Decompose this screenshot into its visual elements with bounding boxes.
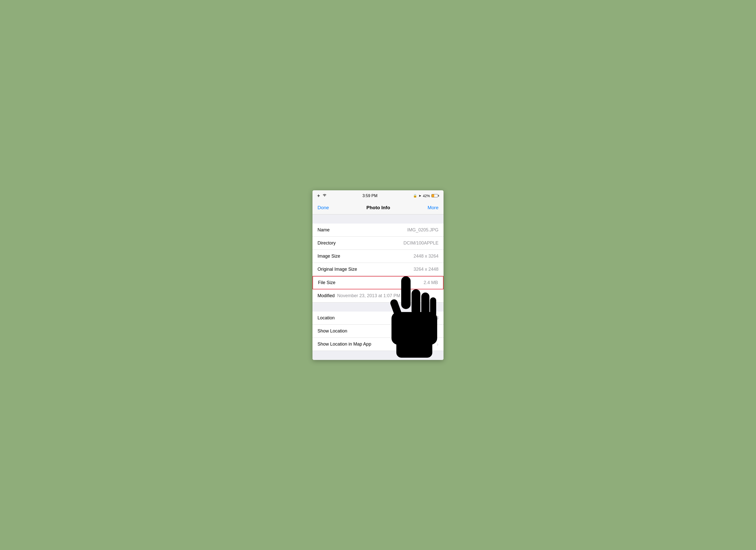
status-time: 3:59 PM <box>362 194 377 198</box>
status-bar: ✈ 3:59 PM 🔒 ➤ 42% <box>312 190 444 201</box>
status-left: ✈ <box>317 194 327 198</box>
status-right: 🔒 ➤ 42% <box>413 194 439 198</box>
original-image-size-row: Original Image Size 3264 x 2448 <box>312 263 444 276</box>
battery-percent: 42% <box>423 194 430 198</box>
done-button[interactable]: Done <box>318 205 329 210</box>
name-row: Name IMG_0205.JPG <box>312 224 444 237</box>
image-size-label: Image Size <box>318 254 340 259</box>
file-size-label: File Size <box>318 280 335 285</box>
file-size-row: File Size 2.4 MB <box>312 276 444 289</box>
directory-row: Directory DCIM/100APPLE <box>312 237 444 250</box>
bottom-section-divider <box>312 351 444 360</box>
image-size-value: 2448 x 3264 <box>414 254 438 259</box>
name-label: Name <box>318 227 330 233</box>
modified-row: Modified November 23, 2013 at 1:07 PM <box>312 289 444 302</box>
phone-screen: ✈ 3:59 PM 🔒 ➤ 42% <box>312 190 444 360</box>
show-location-map-label: Show Location in Map App <box>318 342 371 347</box>
section2-divider <box>312 302 444 312</box>
lock-icon: 🔒 <box>413 194 417 198</box>
location-label: Location <box>318 315 335 321</box>
wifi-icon <box>322 194 327 198</box>
file-size-value: 2.4 MB <box>424 280 438 285</box>
show-location-map-row[interactable]: Show Location in Map App › <box>312 338 444 351</box>
location-icon: ➤ <box>419 194 421 198</box>
location-row: Location 31.13132 121.36213 <box>312 312 444 325</box>
directory-value: DCIM/100APPLE <box>403 240 438 246</box>
more-button[interactable]: More <box>428 205 438 210</box>
airplane-icon: ✈ <box>317 194 320 198</box>
page-title: Photo Info <box>366 205 390 210</box>
top-section-divider <box>312 215 444 224</box>
original-image-size-value: 3264 x 2448 <box>414 267 438 272</box>
chevron-icon: › <box>437 341 438 347</box>
show-location-label: Show Location <box>318 328 347 334</box>
name-value: IMG_0205.JPG <box>407 227 438 233</box>
battery-icon <box>431 194 439 197</box>
directory-label: Directory <box>318 240 336 246</box>
location-value: 31.13132 121.36213 <box>397 315 438 321</box>
modified-value: November 23, 2013 at 1:07 PM <box>337 293 400 298</box>
nav-bar: Done Photo Info More <box>312 201 444 215</box>
show-location-row[interactable]: Show Location <box>312 325 444 338</box>
modified-label: Modified <box>318 293 335 298</box>
image-size-row: Image Size 2448 x 3264 <box>312 250 444 263</box>
original-image-size-label: Original Image Size <box>318 267 357 272</box>
